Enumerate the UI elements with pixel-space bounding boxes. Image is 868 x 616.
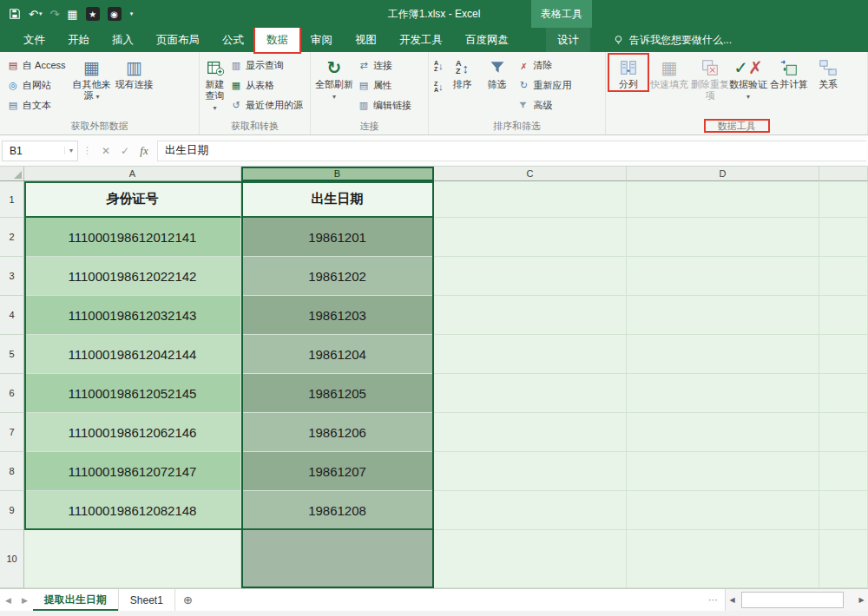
- cell-A2[interactable]: 111000198612012141: [24, 218, 241, 257]
- cell-E10[interactable]: [819, 530, 868, 588]
- cell-E5[interactable]: [819, 335, 868, 374]
- sheet-nav-left-icon[interactable]: ◀: [0, 589, 16, 611]
- cell-A7[interactable]: 111000198612062146: [24, 413, 241, 452]
- cell-E9[interactable]: [819, 491, 868, 530]
- edit-links-button[interactable]: ▥ 编辑链接: [354, 96, 415, 115]
- cell-E6[interactable]: [819, 374, 868, 413]
- name-box[interactable]: B1 ▾: [2, 141, 78, 161]
- cancel-icon[interactable]: ✕: [96, 145, 115, 157]
- from-access-button[interactable]: ▤ 自 Access: [3, 56, 69, 75]
- cell-C3[interactable]: [434, 257, 627, 296]
- save-icon[interactable]: [9, 8, 21, 20]
- cell-E7[interactable]: [819, 413, 868, 452]
- data-validation-button[interactable]: ✓✗ 数据验证 ▾: [729, 55, 767, 102]
- cell-B2[interactable]: 19861201: [241, 218, 434, 257]
- cell-B10[interactable]: [241, 530, 434, 588]
- cell-B5[interactable]: 19861204: [241, 335, 434, 374]
- tab-review[interactable]: 审阅: [299, 28, 344, 52]
- sheet-bar-more-icon[interactable]: ⋯: [701, 589, 725, 611]
- cell-C1[interactable]: [434, 181, 627, 218]
- from-table-button[interactable]: ▦ 从表格: [227, 76, 306, 95]
- cell-E2[interactable]: [819, 218, 868, 257]
- from-web-button[interactable]: ◎ 自网站: [3, 76, 69, 95]
- insert-function-icon[interactable]: fx: [135, 144, 154, 158]
- cell-B1-active[interactable]: 出生日期: [241, 181, 434, 218]
- redo-icon[interactable]: ↷: [49, 8, 59, 21]
- scroll-right-icon[interactable]: ▶: [855, 589, 868, 611]
- cell-A4[interactable]: 111000198612032143: [24, 296, 241, 335]
- tab-file[interactable]: 文件: [12, 28, 56, 52]
- new-query-button[interactable]: 新建查询 ▾: [203, 55, 227, 114]
- cell-B6[interactable]: 19861205: [241, 374, 434, 413]
- reapply-button[interactable]: ↻ 重新应用: [515, 76, 575, 95]
- refresh-all-button[interactable]: ↻ 全部刷新 ▾: [314, 55, 354, 102]
- tab-data[interactable]: 数据: [255, 28, 299, 52]
- tab-insert[interactable]: 插入: [101, 28, 145, 52]
- sort-descending-button[interactable]: ZA↓: [432, 77, 445, 96]
- relationships-button[interactable]: 关系: [811, 55, 845, 90]
- row-header-8[interactable]: 8: [0, 452, 24, 491]
- column-header-c[interactable]: C: [434, 167, 627, 181]
- cell-C6[interactable]: [434, 374, 627, 413]
- cell-B9[interactable]: 19861208: [241, 491, 434, 530]
- row-header-1[interactable]: 1: [0, 181, 24, 218]
- cell-D6[interactable]: [627, 374, 819, 413]
- cell-D5[interactable]: [627, 335, 819, 374]
- undo-caret-icon[interactable]: ▾: [39, 10, 43, 17]
- tab-page-layout[interactable]: 页面布局: [145, 28, 211, 52]
- row-header-9[interactable]: 9: [0, 491, 24, 530]
- cell-A6[interactable]: 111000198612052145: [24, 374, 241, 413]
- addin-star-icon[interactable]: ★: [86, 7, 100, 21]
- row-header-10[interactable]: 10: [0, 530, 24, 588]
- scroll-left-icon[interactable]: ◀: [726, 589, 739, 611]
- cell-C4[interactable]: [434, 296, 627, 335]
- cell-A5[interactable]: 111000198612042144: [24, 335, 241, 374]
- addin-table-icon[interactable]: ▦: [67, 8, 77, 21]
- cell-C8[interactable]: [434, 452, 627, 491]
- cell-D4[interactable]: [627, 296, 819, 335]
- existing-connections-button[interactable]: ▥ 现有连接: [115, 55, 155, 90]
- cell-C10[interactable]: [434, 530, 627, 588]
- sort-ascending-button[interactable]: AZ↓: [432, 56, 445, 75]
- tab-home[interactable]: 开始: [56, 28, 101, 52]
- row-header-4[interactable]: 4: [0, 296, 24, 335]
- cell-A1[interactable]: 身份证号: [24, 181, 241, 218]
- cell-D8[interactable]: [627, 452, 819, 491]
- cell-B7[interactable]: 19861206: [241, 413, 434, 452]
- tab-design[interactable]: 设计: [546, 28, 590, 52]
- cell-E8[interactable]: [819, 452, 868, 491]
- cell-A3[interactable]: 111000198612022142: [24, 257, 241, 296]
- scrollbar-track[interactable]: [739, 589, 855, 611]
- cell-A9[interactable]: 111000198612082148: [24, 491, 241, 530]
- sheet-nav-right-icon[interactable]: ▶: [16, 589, 33, 611]
- new-sheet-button[interactable]: ⊕: [175, 589, 201, 611]
- cell-C5[interactable]: [434, 335, 627, 374]
- row-header-6[interactable]: 6: [0, 374, 24, 413]
- cell-C7[interactable]: [434, 413, 627, 452]
- column-header-e[interactable]: [819, 167, 868, 181]
- enter-icon[interactable]: ✓: [115, 145, 135, 157]
- cell-D3[interactable]: [627, 257, 819, 296]
- clear-filter-button[interactable]: ✗ 清除: [515, 56, 575, 75]
- undo-icon[interactable]: ↶▾: [29, 8, 42, 21]
- connections-button[interactable]: ⇄ 连接: [354, 56, 415, 75]
- tab-developer[interactable]: 开发工具: [388, 28, 454, 52]
- cell-E1[interactable]: [819, 181, 868, 218]
- cell-D9[interactable]: [627, 491, 819, 530]
- column-header-a[interactable]: A: [24, 167, 241, 181]
- remove-duplicates-button[interactable]: 删除重复项: [691, 55, 729, 102]
- row-header-7[interactable]: 7: [0, 413, 24, 452]
- qat-customize-icon[interactable]: ▾: [130, 10, 134, 17]
- scrollbar-thumb[interactable]: [741, 592, 844, 608]
- advanced-filter-button[interactable]: 高级: [515, 96, 575, 115]
- column-header-b[interactable]: B: [241, 167, 434, 181]
- consolidate-button[interactable]: 合并计算: [767, 55, 811, 90]
- tell-me-box[interactable]: 告诉我您想要做什么...: [613, 28, 732, 52]
- cell-B8[interactable]: 19861207: [241, 452, 434, 491]
- column-header-d[interactable]: D: [627, 167, 819, 181]
- cell-E4[interactable]: [819, 296, 868, 335]
- cell-E3[interactable]: [819, 257, 868, 296]
- tab-view[interactable]: 视图: [344, 28, 388, 52]
- text-to-columns-button[interactable]: 分列: [609, 55, 648, 90]
- select-all-corner[interactable]: [0, 167, 24, 181]
